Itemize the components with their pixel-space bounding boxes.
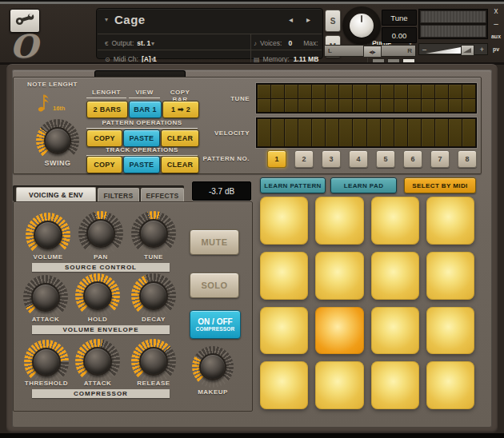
mute-button[interactable]: MUTE [190,229,239,255]
step-cell[interactable] [326,85,338,98]
output-selector[interactable]: € Output: st. 1 ▾ [97,35,250,51]
tune-value-box[interactable]: 0.00 [382,27,417,43]
step-cell[interactable] [285,99,298,113]
velocity-step-grid[interactable] [256,117,477,148]
comp-attack-knob[interactable] [75,339,120,384]
pad-4[interactable] [426,197,474,245]
compressor-onoff-button[interactable]: ON / OFF COMPRESSOR [190,310,241,339]
title-dropdown-icon[interactable]: ▾ [105,16,108,23]
pattern-button-6[interactable]: 6 [403,150,422,168]
pad-11[interactable] [371,307,419,355]
step-cell[interactable] [298,85,311,98]
step-cell[interactable] [394,119,407,146]
pattern-copy-button[interactable]: COPY [86,129,122,147]
pan-slider[interactable]: L R ◂|▸ [324,45,416,57]
pattern-button-8[interactable]: 8 [458,150,477,168]
select-by-midi-button[interactable]: SELECT BY MIDI [404,177,476,193]
next-instrument-icon[interactable]: ▸ [306,15,310,24]
pad-7[interactable] [371,252,419,300]
tab-effects[interactable]: EFFECTS [141,188,184,202]
step-cell[interactable] [258,85,270,98]
close-icon[interactable]: x [489,6,503,15]
step-cell[interactable] [339,119,352,146]
tune-knob[interactable] [131,211,176,256]
step-cell[interactable] [339,99,352,113]
step-cell[interactable] [462,85,475,98]
step-cell[interactable] [381,99,394,113]
step-cell[interactable] [312,85,325,98]
step-cell[interactable] [312,99,325,113]
step-cell[interactable] [298,119,311,146]
pad-13[interactable] [260,361,308,409]
view-button[interactable]: BAR 1 [129,101,162,118]
pad-6[interactable] [315,252,363,300]
comp-threshold-knob[interactable] [24,340,69,384]
step-cell[interactable] [339,85,352,98]
step-cell[interactable] [271,119,284,146]
step-cell[interactable] [435,119,448,146]
output-dropdown-icon[interactable]: ▾ [151,40,154,47]
note-length-value[interactable]: 16th [53,105,65,112]
master-tune-knob[interactable] [342,6,381,45]
env-hold-knob[interactable] [75,273,120,318]
volume-knob[interactable] [26,213,70,257]
tune-step-grid[interactable] [256,83,477,113]
step-cell[interactable] [353,85,366,98]
step-cell[interactable] [326,119,338,146]
prev-instrument-icon[interactable]: ◂ [289,15,293,24]
learn-pad-button[interactable]: LEARN PAD [330,177,397,193]
volume-slider[interactable]: – + [418,43,488,55]
volume-handle[interactable] [461,45,474,56]
pad-16[interactable] [426,361,474,409]
pad-5[interactable] [260,252,308,300]
solo-button[interactable]: SOLO [190,273,239,298]
pattern-button-5[interactable]: 5 [376,150,395,168]
step-cell[interactable] [449,99,462,113]
pad-3[interactable] [371,197,419,245]
step-cell[interactable] [435,99,448,113]
pattern-button-4[interactable]: 4 [349,150,368,168]
step-cell[interactable] [367,99,380,113]
pan-handle[interactable]: ◂|▸ [363,46,382,58]
step-cell[interactable] [285,85,298,98]
copy-bar-button[interactable]: 1 ➡ 2 [162,101,199,118]
step-cell[interactable] [422,85,434,98]
learn-pattern-button[interactable]: LEARN PATTERN [260,177,326,193]
tab-voicing-env[interactable]: VOICING & ENV [16,187,96,201]
step-cell[interactable] [353,99,366,113]
pan-knob[interactable] [78,211,123,256]
track-paste-button[interactable]: PASTE [123,156,160,173]
pad-1[interactable] [260,197,308,245]
pad-10[interactable] [315,307,363,355]
step-cell[interactable] [285,119,298,146]
step-cell[interactable] [422,99,434,113]
step-cell[interactable] [422,119,434,146]
length-button[interactable]: 2 BARS [86,101,128,118]
step-cell[interactable] [462,99,475,113]
step-cell[interactable] [449,85,462,98]
track-copy-button[interactable]: COPY [86,156,122,173]
step-cell[interactable] [367,85,380,98]
makeup-knob[interactable] [192,346,234,388]
comp-release-knob[interactable] [131,339,176,384]
pad-2[interactable] [315,197,363,245]
pad-9[interactable] [260,307,308,355]
step-cell[interactable] [462,119,475,146]
step-cell[interactable] [394,85,407,98]
pad-15[interactable] [371,361,419,409]
step-cell[interactable] [381,119,394,146]
step-cell[interactable] [435,85,448,98]
step-cell[interactable] [381,85,394,98]
pattern-button-1[interactable]: 1 [267,150,286,168]
pad-14[interactable] [315,361,363,409]
pattern-paste-button[interactable]: PASTE [123,129,160,147]
aux-toggle[interactable]: aux [489,34,503,39]
step-cell[interactable] [312,119,325,146]
step-cell[interactable] [258,99,270,113]
solo-toggle[interactable]: S [325,10,341,32]
step-cell[interactable] [367,119,380,146]
pattern-button-3[interactable]: 3 [322,150,341,168]
performance-view-toggle[interactable]: pv [489,46,503,52]
step-cell[interactable] [353,119,366,146]
minimize-icon[interactable]: – [489,19,503,28]
